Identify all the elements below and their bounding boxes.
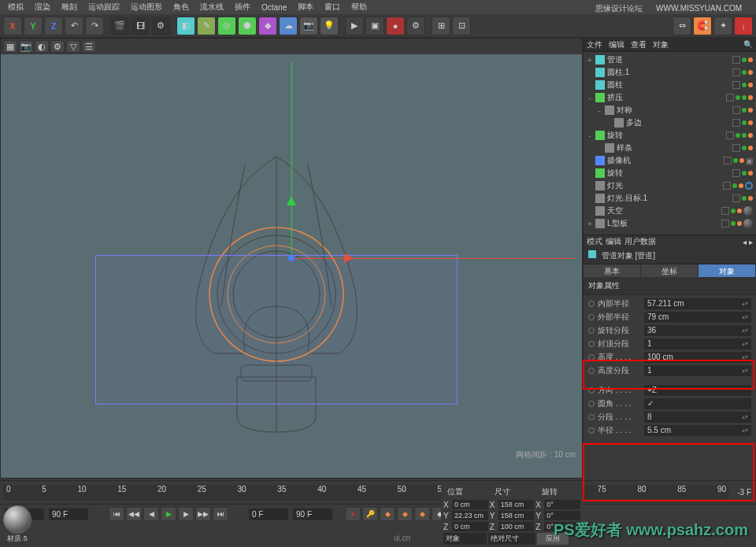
deformer-icon[interactable]: ◆ [258, 17, 277, 35]
coord-mode[interactable]: 对象 [443, 533, 487, 545]
object-row[interactable]: -对称 [584, 104, 756, 116]
prev-frame-button[interactable]: ◀ [143, 507, 159, 521]
undo-button[interactable]: ↶ [65, 17, 83, 35]
menu-item[interactable]: 流水线 [195, 0, 228, 14]
menu-item[interactable]: 窗口 [320, 0, 345, 14]
coord-size-mode[interactable]: 绝对尺寸 [488, 533, 536, 545]
object-row[interactable]: 圆柱 [584, 79, 756, 91]
vp-filter-icon[interactable]: ▽ [66, 40, 80, 53]
next-key-button[interactable]: ▶▶ [195, 507, 211, 521]
object-row[interactable]: +管道 [584, 54, 756, 66]
material-preview[interactable] [3, 505, 32, 534]
object-row[interactable]: -旋转 [584, 129, 756, 142]
frame-end-field[interactable]: 90 F [293, 508, 332, 520]
y-axis-arrow[interactable] [287, 196, 296, 205]
arrange-icon[interactable]: ⇔ [673, 17, 691, 35]
attr-nav-icon[interactable]: ◂ ▸ [743, 238, 753, 246]
attr-row[interactable]: 内部半径57.211 cm▴▾ [585, 297, 754, 310]
attr-row[interactable]: 方向 . . . .+Z [585, 383, 754, 397]
axis-icon[interactable]: ✦ [713, 17, 732, 35]
om-tab[interactable]: 对象 [653, 39, 669, 50]
attr-row[interactable]: 圆角 . . . .✓ [585, 397, 754, 410]
goto-end-button[interactable]: ⏭ [213, 507, 228, 521]
menu-item[interactable]: 运动跟踪 [83, 0, 124, 14]
tab-basic[interactable]: 基本 [584, 264, 641, 277]
vp-options-icon[interactable]: ⚙ [50, 40, 65, 53]
render-region-icon[interactable]: ▣ [365, 17, 384, 35]
attr-tab[interactable]: 模式 [587, 236, 602, 247]
render-icon[interactable]: ▶ [345, 17, 364, 35]
frame-cur2-field[interactable]: 0 F [249, 508, 288, 520]
object-row[interactable]: 灯光.目标.1 [584, 192, 756, 205]
object-row[interactable]: 摄像机▣ [584, 154, 756, 167]
frame-current-field[interactable]: 90 F [49, 508, 88, 520]
vp-panel-icon[interactable]: ☰ [82, 40, 96, 53]
attr-row[interactable]: 高度 . . . .100 cm▴▾ [585, 350, 754, 364]
tab-object[interactable]: 对象 [699, 264, 756, 277]
env-icon[interactable]: ☁ [279, 17, 298, 35]
autokey-button[interactable]: 🔑 [362, 507, 378, 521]
prev-key-button[interactable]: ◀◀ [126, 507, 142, 521]
search-icon[interactable]: 🔍 [743, 40, 753, 49]
object-row[interactable]: 多边 [584, 116, 756, 129]
menu-item[interactable]: 帮助 [346, 0, 372, 14]
attr-row[interactable]: 外部半径79 cm▴▾ [585, 310, 754, 323]
menu-item[interactable]: 脚本 [293, 0, 318, 14]
om-tab[interactable]: 查看 [631, 39, 647, 50]
pen-icon[interactable]: ✎ [197, 17, 216, 35]
record-key-button[interactable]: ● [345, 507, 361, 521]
light-icon[interactable]: 💡 [320, 17, 339, 35]
close-icon[interactable]: ↓ [734, 17, 753, 35]
menu-item[interactable]: 角色 [169, 0, 194, 14]
cube-icon[interactable]: ◧ [176, 17, 195, 35]
menu-item[interactable]: 模拟 [3, 0, 28, 14]
om-tab[interactable]: 文件 [587, 39, 602, 50]
play-button[interactable]: ▶ [161, 507, 176, 521]
vp-cam-icon[interactable]: 📷 [19, 40, 33, 53]
workplane-icon[interactable]: ⊡ [452, 17, 471, 35]
camera-icon[interactable]: 📷 [299, 17, 318, 35]
key-scale-button[interactable]: ◆ [397, 507, 413, 521]
tab-coord[interactable]: 坐标 [641, 264, 699, 277]
generator-icon[interactable]: ⬢ [238, 17, 257, 35]
object-row[interactable]: 灯光 [584, 179, 756, 192]
magnet-icon[interactable]: 🧲 [693, 17, 712, 35]
attr-row[interactable]: 半径 . . . .5.5 cm▴▾ [585, 423, 754, 437]
menu-item[interactable]: Octane [257, 2, 291, 13]
attr-tab[interactable]: 编辑 [606, 236, 621, 247]
object-row[interactable]: 天空 [584, 205, 756, 217]
menu-item[interactable]: 运动图形 [126, 0, 167, 14]
attr-row[interactable]: 高度分段1▴▾ [585, 364, 754, 377]
key-rot-button[interactable]: ◆ [414, 507, 430, 521]
object-row[interactable]: 旋转 [584, 167, 756, 179]
snap-icon[interactable]: ⊞ [432, 17, 450, 35]
vp-display-icon[interactable]: ◐ [35, 40, 49, 53]
viewport[interactable]: ▦ 📷 ◐ ⚙ ▽ ☰ [0, 38, 583, 479]
film-icon[interactable]: 🎞 [131, 17, 150, 35]
goto-start-button[interactable]: ⏮ [109, 507, 124, 521]
axis-x-button[interactable]: X [3, 17, 22, 35]
menu-item[interactable]: 雕刻 [57, 0, 82, 14]
clapper-icon[interactable]: 🎬 [110, 17, 129, 35]
nurbs-icon[interactable]: ◎ [217, 17, 236, 35]
render-settings-icon[interactable]: ⚙ [406, 17, 425, 35]
attr-row[interactable]: 封顶分段1▴▾ [585, 337, 754, 350]
record-icon[interactable]: ● [386, 17, 405, 35]
redo-button[interactable]: ↷ [85, 17, 104, 35]
axis-z-button[interactable]: Z [44, 17, 63, 35]
om-tab[interactable]: 编辑 [609, 39, 624, 50]
settings-icon[interactable]: ⚙ [151, 17, 170, 35]
object-row[interactable]: 样条 [584, 142, 756, 154]
x-axis-arrow[interactable] [344, 253, 354, 263]
origin-handle[interactable] [288, 255, 295, 261]
vp-view-icon[interactable]: ▦ [3, 40, 17, 53]
attr-row[interactable]: 旋转分段36▴▾ [585, 323, 754, 337]
object-row[interactable]: +L型板 [584, 217, 756, 230]
key-pos-button[interactable]: ◆ [380, 507, 395, 521]
object-tree[interactable]: +管道圆柱.1圆柱-挤压-对称多边-旋转样条摄像机▣旋转灯光灯光.目标.1天空+… [584, 52, 756, 231]
object-row[interactable]: 圆柱.1 [584, 66, 756, 79]
menu-item[interactable]: 插件 [230, 0, 255, 14]
timeline-ruler[interactable]: 051015202530354045505560657075808590 [3, 485, 729, 501]
axis-y-button[interactable]: Y [24, 17, 43, 35]
next-frame-button[interactable]: ▶ [178, 507, 194, 521]
